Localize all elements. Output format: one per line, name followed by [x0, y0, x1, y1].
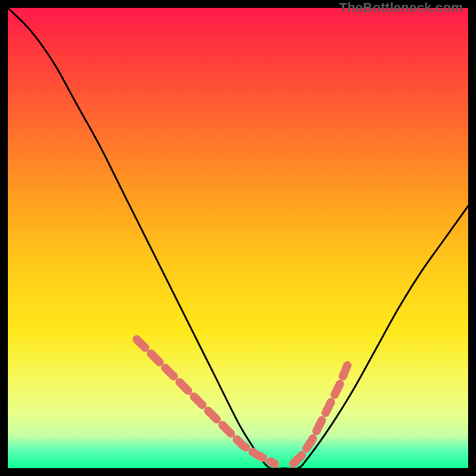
chart-container: TheBottleneck.com — [0, 0, 476, 476]
plot-area — [8, 8, 468, 468]
bottleneck-curve — [8, 8, 468, 469]
highlight-right — [293, 362, 349, 464]
curve-svg — [8, 8, 468, 468]
watermark-text: TheBottleneck.com — [339, 0, 463, 15]
